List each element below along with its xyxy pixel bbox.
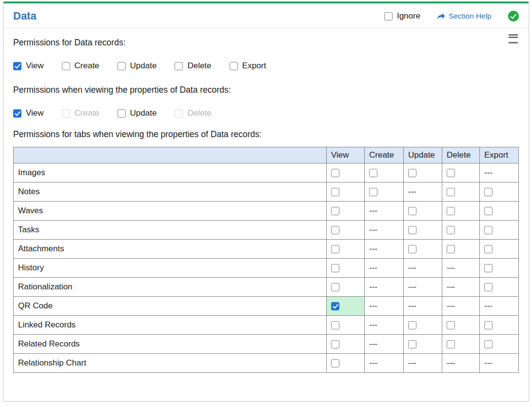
cell-rationalization-view[interactable] — [327, 278, 365, 297]
checkbox-attachments-export[interactable] — [484, 245, 493, 253]
checkbox-history-export[interactable] — [484, 264, 493, 272]
cell-tasks-delete[interactable] — [442, 221, 480, 240]
checkbox-waves-update[interactable] — [408, 207, 416, 215]
cell-relationship-chart-delete: --- — [442, 354, 480, 373]
cell-notes-view[interactable] — [327, 183, 365, 202]
cell-notes-create[interactable] — [365, 183, 404, 202]
checkbox-waves-export[interactable] — [484, 207, 493, 215]
checkbox-tasks-export[interactable] — [484, 226, 493, 234]
checkbox-tasks-view[interactable] — [331, 226, 339, 234]
checkbox-rationalization-export[interactable] — [484, 283, 493, 291]
not-applicable-text: --- — [408, 187, 416, 196]
cell-tasks-view[interactable] — [327, 221, 365, 240]
checkbox-notes-delete[interactable] — [447, 188, 455, 196]
cell-history-export[interactable] — [480, 259, 519, 278]
checkbox-linked-records-update[interactable] — [408, 321, 416, 329]
checkbox-records-export[interactable] — [230, 62, 238, 70]
checkbox-attachments-delete[interactable] — [447, 245, 455, 253]
checkbox-related-records-export[interactable] — [484, 340, 493, 348]
checkbox-related-records-update[interactable] — [408, 340, 416, 348]
permission-item-update[interactable]: Update — [118, 61, 157, 71]
cell-notes-delete[interactable] — [442, 183, 480, 202]
permission-label: Delete — [187, 61, 211, 71]
cell-linked-records-view[interactable] — [327, 316, 365, 335]
checkbox-records-create[interactable] — [62, 62, 70, 70]
cell-rationalization-export[interactable] — [480, 278, 519, 297]
table-row-waves: Waves--- — [14, 202, 519, 221]
permission-item-export[interactable]: Export — [230, 61, 266, 71]
checkbox-notes-create[interactable] — [369, 188, 377, 196]
checkbox-related-records-view[interactable] — [331, 340, 339, 348]
checkbox-relationship-chart-view[interactable] — [331, 359, 339, 367]
cell-tasks-export[interactable] — [480, 221, 519, 240]
cell-relationship-chart-view[interactable] — [327, 354, 365, 373]
tab-permissions-table: ViewCreateUpdateDeleteExport Images---No… — [13, 147, 519, 373]
cell-qr-code-export: --- — [480, 297, 519, 316]
ignore-checkbox[interactable] — [384, 12, 393, 20]
cell-tasks-create: --- — [365, 221, 404, 240]
cell-linked-records-export[interactable] — [480, 316, 519, 335]
cell-linked-records-delete[interactable] — [442, 316, 480, 335]
cell-history-view[interactable] — [327, 259, 365, 278]
permission-item-update[interactable]: Update — [118, 108, 157, 118]
checkbox-images-delete[interactable] — [447, 169, 455, 177]
permission-label: View — [26, 61, 44, 71]
cell-related-records-export[interactable] — [480, 335, 519, 354]
permission-item-view[interactable]: View — [13, 108, 44, 118]
checkbox-records-delete[interactable] — [175, 62, 183, 70]
ignore-checkbox-group[interactable]: Ignore — [384, 11, 420, 21]
checkbox-linked-records-view[interactable] — [331, 321, 339, 329]
cell-images-update[interactable] — [404, 163, 442, 183]
cell-waves-delete[interactable] — [442, 202, 480, 221]
permission-item-view[interactable]: View — [13, 61, 44, 71]
cell-images-delete[interactable] — [442, 163, 480, 183]
cell-waves-view[interactable] — [327, 202, 365, 221]
permission-item-create[interactable]: Create — [62, 61, 99, 71]
checkbox-related-records-delete[interactable] — [447, 340, 455, 348]
cell-qr-code-view[interactable] — [327, 297, 365, 316]
cell-tasks-update[interactable] — [404, 221, 442, 240]
checkbox-linked-records-delete[interactable] — [447, 321, 455, 329]
checkbox-waves-delete[interactable] — [447, 207, 455, 215]
checkbox-images-view[interactable] — [331, 169, 339, 177]
checkbox-waves-view[interactable] — [331, 207, 339, 215]
cell-related-records-delete[interactable] — [442, 335, 480, 354]
cell-waves-update[interactable] — [404, 202, 442, 221]
not-applicable-text: --- — [408, 301, 416, 310]
cell-images-view[interactable] — [327, 163, 365, 183]
section-menu-button[interactable] — [508, 33, 519, 44]
table-row-linked-records: Linked Records--- — [14, 316, 519, 335]
cell-attachments-export[interactable] — [480, 240, 519, 259]
checkbox-qr-code-view[interactable] — [331, 302, 339, 310]
permission-item-delete[interactable]: Delete — [175, 61, 211, 71]
cell-linked-records-update[interactable] — [404, 316, 442, 335]
checkbox-attachments-update[interactable] — [408, 245, 416, 253]
row-label: History — [14, 259, 327, 278]
checkbox-tasks-update[interactable] — [408, 226, 416, 234]
checkbox-records-update[interactable] — [118, 62, 126, 70]
cell-attachments-update[interactable] — [404, 240, 442, 259]
checkbox-properties-update[interactable] — [118, 109, 126, 118]
cell-attachments-delete[interactable] — [442, 240, 480, 259]
cell-notes-export[interactable] — [480, 183, 519, 202]
checkbox-linked-records-export[interactable] — [484, 321, 493, 329]
checkbox-attachments-view[interactable] — [331, 245, 339, 253]
cell-attachments-view[interactable] — [327, 240, 365, 259]
section-help-link[interactable]: Section Help — [437, 12, 492, 20]
not-applicable-text: --- — [369, 320, 377, 329]
checkbox-images-update[interactable] — [408, 169, 416, 177]
cell-related-records-update[interactable] — [404, 335, 442, 354]
checkbox-history-view[interactable] — [331, 264, 339, 272]
checkbox-records-view[interactable] — [13, 62, 21, 70]
cell-qr-code-create: --- — [365, 297, 404, 316]
cell-images-create[interactable] — [365, 163, 404, 183]
checkbox-images-create[interactable] — [369, 169, 377, 177]
cell-waves-export[interactable] — [480, 202, 519, 221]
checkbox-notes-view[interactable] — [331, 188, 339, 196]
checkbox-rationalization-view[interactable] — [331, 283, 339, 291]
checkbox-tasks-delete[interactable] — [447, 226, 455, 234]
cell-related-records-view[interactable] — [327, 335, 365, 354]
checkbox-properties-view[interactable] — [13, 109, 21, 118]
section-header: Data Ignore Section Help — [3, 3, 529, 28]
checkbox-notes-export[interactable] — [484, 188, 493, 196]
